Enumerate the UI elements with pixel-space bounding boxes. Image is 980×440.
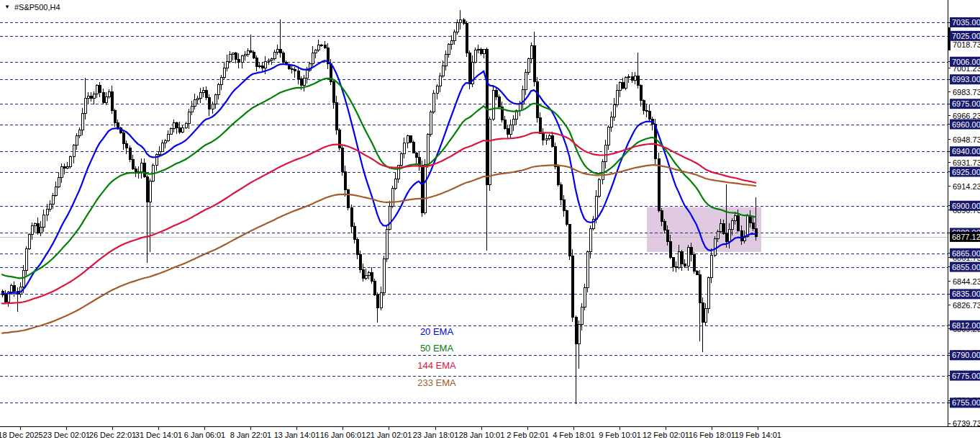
price-level-badge: 6755.00	[952, 398, 980, 407]
price-scale-label: 6966.23	[953, 112, 980, 120]
price-level-badge: 6975.00	[952, 99, 980, 108]
current-price-text: 6877.12	[952, 233, 980, 241]
time-axis-label: 23 Jan 18:01	[413, 431, 459, 439]
time-axis-label: 21 Jan 02:01	[366, 431, 412, 439]
price-level-badge: 6960.00	[952, 120, 980, 129]
time-axis-label: 4 Feb 18:01	[553, 431, 595, 439]
time-axis-label: 18 Dec 2025	[0, 431, 43, 439]
time-axis-label: 8 Jan 22:01	[230, 431, 272, 439]
dropdown-arrow-icon[interactable]: ▼	[4, 4, 10, 10]
price-level-badge: 7035.00	[952, 18, 980, 27]
price-level-badge: 6993.00	[952, 75, 980, 84]
time-axis-label: 16 Jan 06:01	[320, 431, 366, 439]
time-axis-label: 16 Feb 18:01	[689, 431, 735, 439]
time-axis-label: 26 Dec 22:01	[89, 431, 136, 439]
price-scale-label: 7018.73	[953, 40, 980, 49]
symbol-text: #S&P500,H4	[14, 3, 60, 12]
price-scale-label: 6739.73	[953, 419, 980, 428]
ema-legend-144[interactable]: 144 EMA	[417, 360, 456, 371]
price-level-badge: 6900.00	[952, 202, 980, 210]
time-axis-label: 13 Jan 14:01	[274, 431, 320, 439]
price-level-badge: 6940.00	[952, 147, 980, 156]
time-axis-label: 6 Jan 06:01	[184, 431, 226, 439]
price-scale-label: 6931.73	[953, 158, 980, 167]
time-axis-label: 23 Dec 02:01	[43, 431, 90, 439]
price-scale-label: 6844.23	[953, 277, 980, 286]
price-level-badge: 7006.00	[952, 58, 980, 66]
time-axis-label: 31 Dec 14:01	[135, 431, 182, 439]
price-level-badge: 6855.00	[952, 263, 980, 271]
ema-legend-50[interactable]: 50 EMA	[420, 343, 454, 354]
price-level-badge: 6865.00	[952, 249, 980, 258]
price-level-badge: 7025.00	[952, 32, 980, 40]
time-axis-label: 9 Feb 10:01	[599, 431, 641, 439]
price-level-badge: 6925.00	[952, 168, 980, 176]
price-scale-label: 6914.23	[953, 182, 980, 191]
price-level-badge: 6775.00	[952, 372, 980, 380]
price-level-badge: 6835.00	[952, 289, 980, 298]
ema-legend-233[interactable]: 233 EMA	[417, 377, 456, 388]
time-axis-label: 28 Jan 10:01	[459, 431, 505, 439]
price-scale-label: 6948.73	[953, 135, 980, 144]
time-axis-label: 2 Feb 02:01	[507, 431, 549, 439]
price-scale-label: 6983.73	[953, 88, 980, 96]
symbol-label: ▼ #S&P500,H4	[4, 3, 60, 12]
price-level-badge: 6790.00	[952, 351, 980, 359]
price-scale-label: 6826.73	[953, 301, 980, 310]
time-axis-label: 19 Feb 14:01	[735, 431, 781, 439]
price-chart-canvas[interactable]: 7018.737001.236983.736966.236948.736931.…	[0, 0, 980, 440]
ema-legend-20[interactable]: 20 EMA	[420, 326, 454, 337]
time-axis-label: 12 Feb 02:01	[643, 431, 689, 439]
price-level-badge: 6812.00	[952, 321, 980, 330]
